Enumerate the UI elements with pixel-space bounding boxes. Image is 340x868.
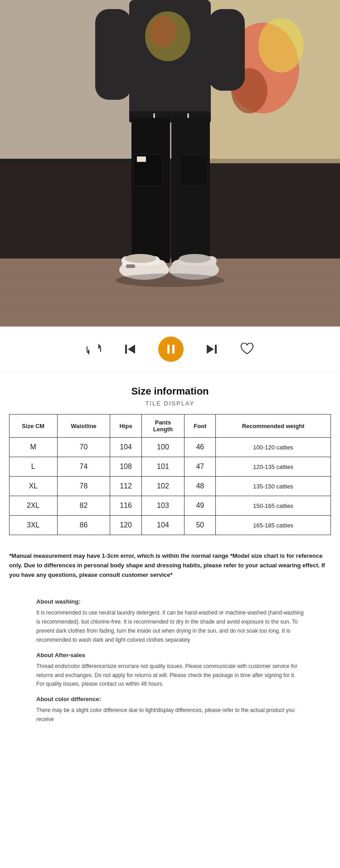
cell-hips: 104	[110, 438, 141, 457]
washing-heading: About washing:	[36, 597, 304, 607]
cell-size: 3XL	[10, 516, 58, 535]
next-button[interactable]	[205, 343, 218, 356]
svg-rect-38	[215, 345, 217, 354]
svg-rect-29	[126, 264, 135, 268]
cell-hips: 112	[110, 477, 141, 496]
svg-rect-20	[131, 118, 170, 263]
measurement-note: *Manual measurement may have 1-3cm error…	[0, 544, 340, 587]
next-icon	[205, 343, 218, 356]
col-size: Size CM	[10, 414, 58, 438]
tile-display-label: TILE DISPLAY	[9, 400, 331, 407]
svg-rect-36	[167, 345, 170, 354]
repeat-button[interactable]	[86, 343, 102, 356]
table-row: XL 78 112 102 48 135-150 catties	[10, 477, 331, 496]
media-controls-bar	[0, 327, 340, 372]
cell-foot: 48	[185, 477, 216, 496]
svg-rect-15	[95, 9, 131, 100]
col-foot: Foot	[185, 414, 216, 438]
cell-foot: 47	[185, 457, 216, 477]
pause-icon	[165, 343, 177, 356]
col-waist: Waistline	[57, 414, 110, 438]
svg-point-10	[258, 18, 304, 73]
cell-weight: 100-120 catties	[216, 438, 331, 457]
cell-weight: 150-165 catties	[216, 496, 331, 516]
cell-length: 104	[141, 516, 185, 535]
table-row: L 74 108 101 47 120-135 catties	[10, 457, 331, 477]
product-image-svg	[0, 0, 340, 327]
cell-size: M	[10, 438, 58, 457]
cell-foot: 49	[185, 496, 216, 516]
care-section: About washing: It is recommended to use …	[0, 587, 340, 733]
cell-foot: 46	[185, 438, 216, 457]
svg-rect-37	[172, 345, 175, 354]
col-weight: Recommended weight	[216, 414, 331, 438]
cell-weight: 120-135 catties	[216, 457, 331, 477]
colordiff-heading: About color difference:	[36, 694, 304, 704]
cell-hips: 116	[110, 496, 141, 516]
svg-point-33	[179, 254, 211, 263]
cell-length: 102	[141, 477, 185, 496]
cell-size: 2XL	[10, 496, 58, 516]
table-row: 3XL 86 120 104 50 165-185 catties	[10, 516, 331, 535]
cell-weight: 135-150 catties	[216, 477, 331, 496]
play-pause-button[interactable]	[158, 336, 184, 362]
cell-length: 101	[141, 457, 185, 477]
svg-rect-35	[125, 345, 127, 354]
svg-point-34	[116, 273, 224, 287]
col-length: PantsLength	[141, 414, 185, 438]
cell-waist: 86	[57, 516, 110, 535]
svg-point-14	[150, 16, 177, 48]
prev-icon	[124, 343, 136, 356]
size-info-section: Size information TILE DISPLAY Size CM Wa…	[0, 372, 340, 544]
previous-button[interactable]	[124, 343, 136, 356]
cell-length: 100	[141, 438, 185, 457]
cell-hips: 120	[110, 516, 141, 535]
table-row: 2XL 82 116 103 49 150-165 catties	[10, 496, 331, 516]
cell-foot: 50	[185, 516, 216, 535]
cell-waist: 74	[57, 457, 110, 477]
table-row: M 70 104 100 46 100-120 catties	[10, 438, 331, 457]
note-bold-text: *Manual measurement may have 1-3cm error…	[9, 552, 325, 578]
svg-rect-16	[209, 9, 245, 91]
svg-rect-24	[180, 154, 208, 186]
cell-waist: 78	[57, 477, 110, 496]
cell-size: L	[10, 457, 58, 477]
svg-point-28	[125, 254, 156, 263]
cell-waist: 82	[57, 496, 110, 516]
repeat-icon	[86, 343, 102, 356]
cell-length: 103	[141, 496, 185, 516]
aftersales-body: Thread ends/color difference/size error/…	[36, 662, 304, 689]
svg-rect-21	[171, 118, 210, 263]
size-info-title: Size information	[9, 385, 331, 397]
size-table: Size CM Waistline Hips PantsLength Foot …	[9, 414, 331, 535]
washing-body: It is recommended to use neutral laundry…	[36, 609, 304, 644]
svg-rect-23	[137, 156, 146, 162]
heart-icon	[240, 343, 254, 356]
product-image	[0, 0, 340, 327]
cell-weight: 165-185 catties	[216, 516, 331, 535]
favorite-button[interactable]	[240, 343, 254, 356]
col-hips: Hips	[110, 414, 141, 438]
aftersales-heading: About After-sales	[36, 650, 304, 660]
colordiff-body: There may be a slight color difference d…	[36, 706, 304, 724]
cell-hips: 108	[110, 457, 141, 477]
cell-size: XL	[10, 477, 58, 496]
cell-waist: 70	[57, 438, 110, 457]
